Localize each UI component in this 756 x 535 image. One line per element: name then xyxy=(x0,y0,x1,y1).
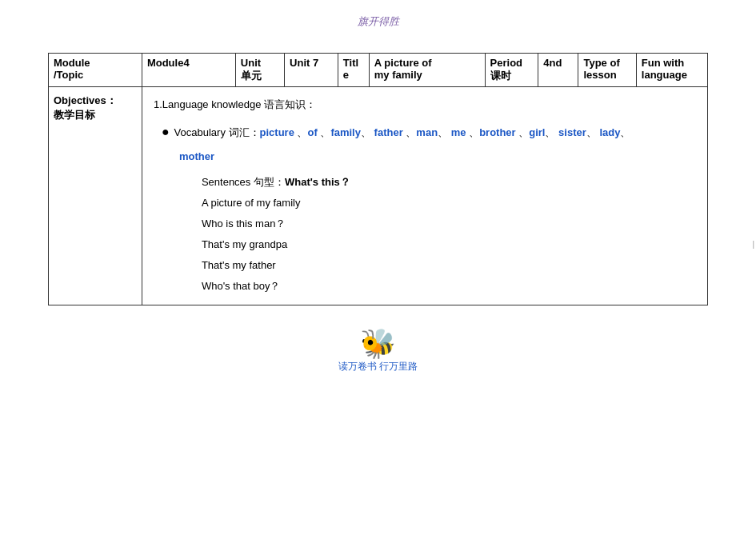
vocab-line: ● Vocabulary 词汇：picture 、of 、family、 fat… xyxy=(154,120,696,144)
sentence-2: Who is this man？ xyxy=(202,214,696,234)
main-table-container: Module /Topic Module4 Unit 单元 Unit 7 Tit… xyxy=(48,53,708,305)
page-edge-mark: | xyxy=(752,240,754,249)
page-title: 旗开得胜 xyxy=(358,15,399,27)
unit7-cell: Unit 7 xyxy=(285,54,338,87)
module4-cell: Module4 xyxy=(142,54,235,87)
title-value-cell: A picture of my family xyxy=(369,54,485,87)
table-header-row: Module /Topic Module4 Unit 单元 Unit 7 Tit… xyxy=(49,54,708,87)
objectives-label-cell: Objectives： 教学目标 xyxy=(49,87,142,305)
page-footer: 🐝 读万卷书 行万里路 xyxy=(0,329,756,389)
page-header: 旗开得胜 xyxy=(0,0,756,37)
sentence-1: A picture of my family xyxy=(202,193,696,214)
unit-label-cell: Unit 单元 xyxy=(235,54,284,87)
fun-label-cell: Fun with language xyxy=(636,54,707,87)
period-label-cell: Period 课时 xyxy=(485,54,538,87)
sentence-5: Who's that boy？ xyxy=(202,276,696,297)
sentence-4: That's my father xyxy=(202,255,696,276)
sentences-block: Sentences 句型：What's this？ A picture of m… xyxy=(154,172,696,297)
sentences-title-line: Sentences 句型：What's this？ xyxy=(202,172,696,193)
bee-container: 🐝 读万卷书 行万里路 xyxy=(0,329,756,373)
bullet-icon: ● xyxy=(162,120,170,144)
section1-title: 1.Language knowledge 语言知识： xyxy=(154,95,696,115)
sentence-3: That's my grandpa xyxy=(202,234,696,255)
objectives-row: Objectives： 教学目标 1.Language knowledge 语言… xyxy=(49,87,708,305)
objectives-content-cell: 1.Language knowledge 语言知识： ● Vocabulary … xyxy=(142,87,707,305)
title-label-cell: Titl e xyxy=(338,54,369,87)
type-label-cell: Type of lesson xyxy=(578,54,636,87)
vocab-suffix: mother xyxy=(179,150,214,162)
lesson-plan-table: Module /Topic Module4 Unit 单元 Unit 7 Tit… xyxy=(48,53,708,305)
bee-icon: 🐝 xyxy=(360,329,396,358)
period-val-cell: 4nd xyxy=(538,54,578,87)
vocab-prefix-label: Vocabulary 词汇：picture 、of 、family、 fathe… xyxy=(174,123,631,143)
footer-text: 读万卷书 行万里路 xyxy=(338,360,418,373)
module-topic-cell: Module /Topic xyxy=(49,54,142,87)
